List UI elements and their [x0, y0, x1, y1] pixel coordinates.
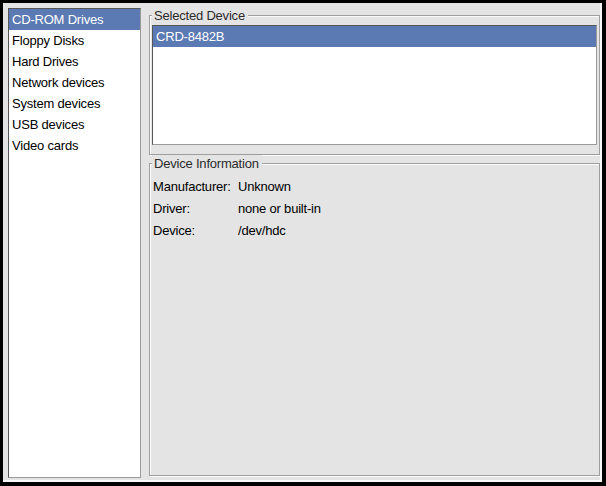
selected-device-frame: Selected Device CRD-8482B [149, 15, 600, 155]
sidebar-item-system-devices[interactable]: System devices [9, 93, 140, 114]
info-label-manufacturer: Manufacturer: [153, 176, 238, 198]
device-list[interactable]: CRD-8482B [152, 25, 597, 145]
device-list-item[interactable]: CRD-8482B [153, 26, 596, 47]
selected-device-title: Selected Device [152, 7, 248, 24]
info-value-manufacturer: Unknown [238, 176, 595, 198]
sidebar-item-cdrom-drives[interactable]: CD-ROM Drives [9, 9, 140, 30]
info-label-driver: Driver: [153, 198, 238, 220]
info-row-device: Device: /dev/hdc [153, 220, 595, 242]
device-info-rows: Manufacturer: Unknown Driver: none or bu… [150, 164, 599, 242]
sidebar-item-hard-drives[interactable]: Hard Drives [9, 51, 140, 72]
info-value-driver: none or built-in [238, 198, 595, 220]
device-info-title: Device Information [152, 155, 262, 172]
category-list[interactable]: CD-ROM Drives Floppy Disks Hard Drives N… [8, 8, 141, 478]
sidebar-item-usb-devices[interactable]: USB devices [9, 114, 140, 135]
info-value-device: /dev/hdc [238, 220, 595, 242]
info-row-manufacturer: Manufacturer: Unknown [153, 176, 595, 198]
device-info-frame: Device Information Manufacturer: Unknown… [149, 163, 600, 476]
sidebar-item-floppy-disks[interactable]: Floppy Disks [9, 30, 140, 51]
sidebar-item-video-cards[interactable]: Video cards [9, 135, 140, 156]
info-label-device: Device: [153, 220, 238, 242]
hardware-browser-window: CD-ROM Drives Floppy Disks Hard Drives N… [0, 0, 606, 486]
sidebar-item-network-devices[interactable]: Network devices [9, 72, 140, 93]
info-row-driver: Driver: none or built-in [153, 198, 595, 220]
